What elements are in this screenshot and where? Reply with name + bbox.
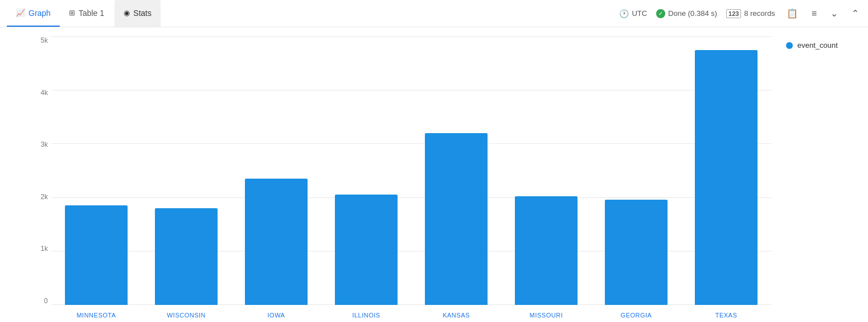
- tab-table1[interactable]: ⊞ Table 1: [60, 0, 113, 27]
- bar-label-wisconsin: WISCONSIN: [167, 312, 206, 319]
- bar-label-iowa: IOWA: [268, 312, 285, 319]
- bar-georgia: [605, 200, 668, 305]
- done-icon: ✓: [656, 9, 665, 18]
- bar-label-missouri: MISSOURI: [530, 312, 563, 319]
- y-tick-0: 0: [28, 297, 51, 305]
- bar-texas: [695, 50, 758, 305]
- stats-tab-icon: ◉: [124, 9, 130, 17]
- bar-group-minnesota[interactable]: MINNESOTA: [51, 36, 141, 305]
- y-tick-4k: 4k: [28, 89, 51, 97]
- tab-graph[interactable]: 📈 Graph: [7, 0, 60, 27]
- table-tab-icon: ⊞: [69, 9, 75, 17]
- clock-icon: 🕐: [619, 9, 629, 18]
- chart-main: 5k4k3k2k1k0 MINNESOTAWISCONSINIOWAILLINO…: [0, 36, 777, 322]
- chart-legend: event_count: [777, 36, 868, 322]
- y-tick-1k: 1k: [28, 245, 51, 253]
- toolbar: 📈 Graph ⊞ Table 1 ◉ Stats 🕐 UTC ✓ Done (…: [0, 0, 868, 27]
- y-tick-2k: 2k: [28, 193, 51, 201]
- chart-with-yaxis: 5k4k3k2k1k0 MINNESOTAWISCONSINIOWAILLINO…: [28, 36, 771, 322]
- bar-kansas: [425, 133, 488, 305]
- bar-group-texas[interactable]: TEXAS: [681, 36, 771, 305]
- bar-group-missouri[interactable]: MISSOURI: [501, 36, 591, 305]
- graph-tab-label: Graph: [28, 9, 51, 18]
- tab-bar: 📈 Graph ⊞ Table 1 ◉ Stats: [7, 0, 161, 27]
- bar-label-illinois: ILLINOIS: [352, 312, 380, 319]
- bar-group-georgia[interactable]: GEORGIA: [591, 36, 681, 305]
- timezone-label: UTC: [632, 9, 647, 18]
- legend-item-event-count: event_count: [786, 41, 859, 49]
- table1-tab-label: Table 1: [79, 9, 104, 18]
- legend-dot: [786, 42, 793, 49]
- bar-illinois: [335, 195, 398, 305]
- bar-minnesota: [65, 205, 128, 305]
- collapse-button[interactable]: ⌃: [849, 6, 861, 21]
- bar-label-texas: TEXAS: [715, 312, 738, 319]
- records-label: 8 records: [744, 9, 775, 18]
- records-icon: 123: [726, 9, 741, 18]
- bar-group-illinois[interactable]: ILLINOIS: [321, 36, 411, 305]
- bar-wisconsin: [155, 208, 218, 305]
- bar-group-iowa[interactable]: IOWA: [231, 36, 321, 305]
- bar-label-minnesota: MINNESOTA: [76, 312, 116, 319]
- copy-button[interactable]: 📋: [784, 6, 800, 21]
- y-tick-5k: 5k: [28, 36, 51, 44]
- stats-tab-label: Stats: [133, 9, 152, 18]
- status-label: Done (0.384 s): [668, 9, 717, 18]
- bar-iowa: [245, 179, 308, 305]
- chart-container: 5k4k3k2k1k0 MINNESOTAWISCONSINIOWAILLINO…: [0, 27, 868, 322]
- legend-label: event_count: [797, 41, 838, 49]
- tab-stats[interactable]: ◉ Stats: [114, 0, 161, 27]
- chart-plot: MINNESOTAWISCONSINIOWAILLINOISKANSASMISS…: [51, 36, 771, 322]
- records-item: 123 8 records: [726, 9, 775, 18]
- y-axis: 5k4k3k2k1k0: [28, 36, 51, 322]
- status-item: ✓ Done (0.384 s): [656, 9, 717, 18]
- bar-missouri: [515, 196, 578, 305]
- bar-label-georgia: GEORGIA: [621, 312, 652, 319]
- bar-label-kansas: KANSAS: [443, 312, 470, 319]
- chevron-down-button[interactable]: ⌄: [828, 6, 840, 21]
- y-tick-3k: 3k: [28, 141, 51, 148]
- timezone-item: 🕐 UTC: [619, 9, 647, 18]
- display-options-button[interactable]: ≡: [809, 6, 819, 21]
- toolbar-right: 🕐 UTC ✓ Done (0.384 s) 123 8 records 📋 ≡…: [619, 6, 861, 21]
- bar-group-wisconsin[interactable]: WISCONSIN: [141, 36, 231, 305]
- graph-tab-icon: 📈: [16, 9, 25, 17]
- bars-wrapper: MINNESOTAWISCONSINIOWAILLINOISKANSASMISS…: [51, 36, 771, 305]
- bar-group-kansas[interactable]: KANSAS: [411, 36, 501, 305]
